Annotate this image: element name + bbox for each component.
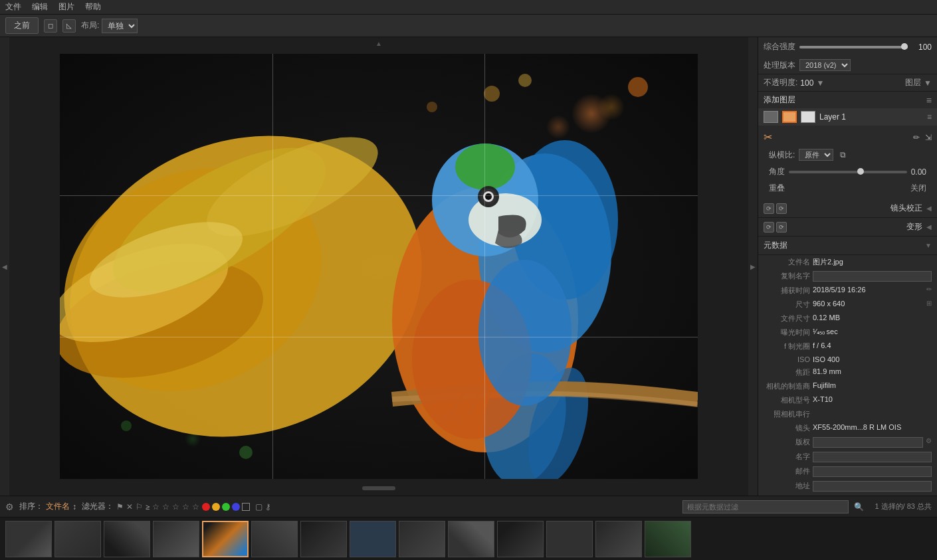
thumb-item-12[interactable] [546,521,593,557]
transform-row[interactable]: ⟳ ⟳ 变形 ◀ [758,218,937,236]
meta-capture-row: 捕获时间 2018/5/19 16:26 ✏ [758,284,937,298]
layout-select[interactable]: 单独 并排 分割 [102,19,138,33]
lens-sq-1: ⟳ [764,203,774,214]
before-button[interactable]: 之前 [5,17,39,34]
opacity-label: 不透明度: [764,77,797,88]
meta-maker-label: 相机的制造商 [764,381,810,391]
filter-color-yellow[interactable] [212,503,220,511]
meta-copyname-row: 复制名字 [758,269,937,284]
count-label: 1 选择的/ 83 总共 [875,502,932,512]
add-layer-menu[interactable]: ≡ [926,95,932,106]
thumb-item-8[interactable] [350,521,396,557]
filter-color-red[interactable] [202,503,210,511]
meta-shutter-label: 曝光时间 [764,327,810,337]
filter-star-2[interactable]: ☆ [162,502,169,512]
angle-slider[interactable] [789,171,907,173]
crop-tool-pencil[interactable]: ✏ [913,133,920,142]
angle-row: 角度 0.00 [764,163,932,180]
meta-name-input[interactable] [813,452,932,462]
menu-edit[interactable]: 编辑 [32,1,48,13]
meta-email-input[interactable] [813,466,932,477]
right-panel: 综合强度 100 处理版本 2018 (v2) 不透明度: 100 [758,37,937,496]
thumb-item-6[interactable] [251,521,298,557]
svg-point-31 [478,260,572,406]
meta-dimensions-icon[interactable]: ⊞ [926,300,932,307]
opacity-dropdown-arrow[interactable]: ▼ [816,78,824,88]
sort-value[interactable]: 文件名 [46,501,70,512]
filter-star-1[interactable]: ☆ [152,502,159,512]
layer-thumb-active [782,111,797,123]
menu-help[interactable]: 帮助 [85,1,101,13]
metadata-header[interactable]: 元数据 ▼ [758,236,937,255]
filter-flag-icon[interactable]: ⚑ [116,502,124,512]
meta-filesize-label: 文件尺寸 [764,314,810,324]
toolbar: 之前 ◻ ◺ 布局: 单独 并排 分割 [0,15,937,37]
toolbar-icon-2[interactable]: ◺ [62,19,76,33]
menu-file[interactable]: 文件 [5,1,21,13]
filter-star-5[interactable]: ☆ [192,502,199,512]
search-input[interactable] [682,500,849,513]
filter-color-blue[interactable] [232,503,240,511]
layer-label: 图层 [905,77,921,88]
thumbnail-strip [0,517,937,560]
thumb-item-11[interactable] [497,521,544,557]
lens-correction-row[interactable]: ⟳ ⟳ 镜头校正 ◀ [758,199,937,218]
meta-rights-settings[interactable]: ⚙ [926,437,932,444]
toolbar-icon-1[interactable]: ◻ [44,19,57,33]
layer-dropdown-arrow[interactable]: ▼ [924,78,932,88]
crop-tool-straighten[interactable]: ⇲ [925,133,932,142]
layer-item[interactable]: Layer 1 ≡ [758,108,937,126]
meta-dimensions-label: 尺寸 [764,300,810,310]
opacity-layer-row: 不透明度: 100 ▼ 图层 ▼ [758,74,937,91]
aspect-select[interactable]: 原件 自由 4:3 16:9 [799,149,833,161]
opacity-value: 100 [800,78,813,88]
intensity-slider[interactable] [799,46,908,48]
thumb-item-13[interactable] [595,521,642,557]
meta-email-row: 邮件 [758,464,937,479]
meta-shutter-value: ¹⁄₄₅₀ sec [813,327,932,336]
right-panel-toggle[interactable]: ▶ [748,37,758,496]
meta-filesize-value: 0.12 MB [813,314,932,322]
thumb-item-4[interactable] [153,521,199,557]
filter-key-icon[interactable]: ⚷ [265,502,271,512]
canvas-scroll-up[interactable]: ▲ [375,40,382,47]
thumb-item-14[interactable] [645,521,691,557]
layer-menu-btn[interactable]: ≡ [927,112,932,122]
filter-square-icon[interactable]: ▢ [255,502,262,512]
left-panel-toggle[interactable]: ◀ [0,37,9,496]
filter-color-white[interactable] [242,503,250,511]
sort-direction-icon[interactable]: ↕ [72,502,76,512]
thumb-item-9[interactable] [399,521,445,557]
meta-dimensions-row: 尺寸 960 x 640 ⊞ [758,298,937,312]
thumb-item-2[interactable] [54,521,101,557]
settings-gear-icon[interactable]: ⚙ [5,502,14,512]
lens-correction-icons: ⟳ ⟳ [764,203,787,214]
version-select[interactable]: 2018 (v2) [799,59,851,71]
copy-aspect-btn[interactable]: ⧉ [840,150,846,159]
angle-value: 0.00 [911,167,926,177]
meta-copyname-input[interactable] [813,271,932,282]
menu-image[interactable]: 图片 [58,1,74,13]
search-button[interactable]: 🔍 [854,502,864,512]
filter-star-3[interactable]: ☆ [172,502,179,512]
crop-tools: ✏ ⇲ [913,133,932,142]
svg-point-22 [455,143,515,190]
meta-address-input[interactable] [813,481,932,492]
thumb-item-7[interactable] [300,521,347,557]
overlay-close-btn[interactable]: 关闭 [910,183,926,194]
filter-color-green[interactable] [222,503,230,511]
filter-gte-icon[interactable]: ≥ [146,503,150,511]
thumb-item-5-parrot[interactable] [202,521,249,557]
angle-label: 角度 [769,166,785,177]
meta-capture-edit[interactable]: ✏ [926,286,932,293]
filter-x-icon[interactable]: ✕ [126,502,133,512]
thumb-item-1[interactable] [5,521,52,557]
meta-name-row: 名字 [758,450,937,464]
filter-minus-flag-icon[interactable]: ⚐ [136,502,143,512]
meta-rights-input[interactable] [813,437,923,448]
crop-header: ✂ ✏ ⇲ [764,128,932,146]
thumb-item-10[interactable] [448,521,494,557]
filter-star-4[interactable]: ☆ [182,502,189,512]
thumb-item-3[interactable] [104,521,150,557]
layout-label: 布局: [81,20,99,31]
